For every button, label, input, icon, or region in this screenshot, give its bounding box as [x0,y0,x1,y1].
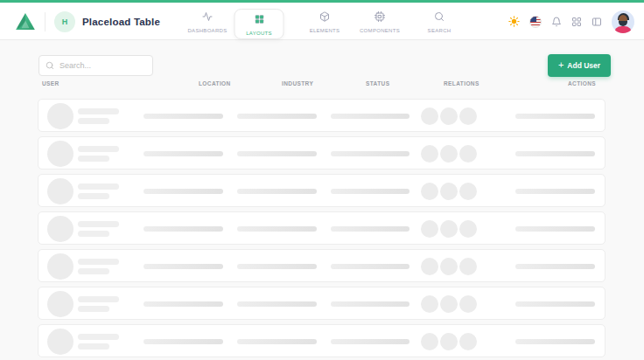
brand-divider [45,12,46,31]
relation-placeholder [459,258,477,275]
relation-placeholder [440,258,458,275]
grid-squares-icon [254,12,264,28]
relation-placeholder [440,145,458,163]
page-title: Placeload Table [82,17,160,27]
triangle-logo-icon[interactable] [16,13,35,30]
flag-canton [530,17,536,22]
table-row-placeholder [38,324,606,357]
name-placeholder [78,296,119,302]
search-input[interactable] [60,61,146,70]
relation-placeholder [440,333,458,350]
nav-item-dashboards[interactable]: DASHBOARDS [176,3,239,40]
status-placeholder [331,189,410,194]
name-placeholder [78,259,119,265]
column-header-status: STATUS [366,80,389,87]
location-placeholder [144,151,223,156]
nav-item-components[interactable]: COMPONENTS [348,3,411,40]
avatar-placeholder [47,141,74,167]
industry-placeholder [237,226,317,232]
status-placeholder [331,301,410,307]
avatar-shirt [614,26,632,33]
activity-icon [202,10,213,25]
location-placeholder [144,189,223,194]
location-placeholder [144,339,223,344]
table-row-placeholder [38,174,606,207]
subtitle-placeholder [78,193,109,199]
subtitle-placeholder [78,306,109,312]
nav-item-label: SEARCH [428,28,452,33]
search-icon [46,61,54,70]
table-body [38,99,606,360]
cpu-icon [374,10,385,25]
name-placeholder [78,108,119,114]
relation-placeholder [459,183,477,200]
relation-placeholder [440,107,458,125]
actions-placeholder [515,339,595,344]
header-actions [508,3,634,40]
subtitle-placeholder [78,268,109,274]
apps-grid-icon[interactable] [571,17,582,27]
relation-placeholder [421,220,438,238]
relation-placeholder [459,107,477,125]
relation-placeholder [421,145,438,163]
industry-placeholder [237,264,317,269]
status-placeholder [331,264,410,269]
status-placeholder [331,226,410,232]
actions-placeholder [515,226,595,232]
relation-placeholder [421,258,438,275]
table-row-placeholder [38,249,606,282]
industry-placeholder [237,301,317,307]
relation-placeholder [440,220,458,238]
relation-placeholder [421,295,438,313]
table-row-placeholder [38,287,606,320]
add-user-button[interactable]: + Add User [548,54,611,77]
nav-item-label: COMPONENTS [360,28,400,33]
actions-placeholder [515,151,595,156]
column-header-actions: ACTIONS [568,80,596,87]
relation-placeholder [421,183,438,200]
user-avatar[interactable] [612,10,634,33]
us-flag-icon[interactable] [529,16,542,28]
box-icon [319,10,330,25]
relation-placeholder [459,295,477,313]
search-box [38,55,153,76]
relation-placeholder [459,220,477,238]
table-row-placeholder [38,99,606,132]
bell-icon[interactable] [551,17,562,27]
panel-icon[interactable] [592,17,602,27]
industry-placeholder [237,151,317,156]
relation-placeholder [421,107,438,125]
avatar-placeholder [47,178,74,204]
status-placeholder [331,114,410,119]
actions-placeholder [515,189,595,194]
relation-placeholder [421,333,438,350]
industry-placeholder [237,339,317,344]
nav-item-label: LAYOUTS [246,31,272,36]
status-placeholder [331,151,410,156]
location-placeholder [144,301,223,307]
search-icon [434,10,444,25]
column-header-location: LOCATION [199,80,231,87]
name-placeholder [78,183,119,190]
avatar-placeholder [47,216,74,242]
subtitle-placeholder [78,343,109,350]
location-placeholder [144,226,223,232]
nav-item-layouts[interactable]: LAYOUTS [234,9,284,39]
nav-item-search[interactable]: SEARCH [408,3,471,40]
sun-icon[interactable] [508,16,520,27]
column-header-user: USER [42,80,60,87]
industry-placeholder [237,114,317,119]
avatar-placeholder [47,329,74,355]
location-placeholder [144,264,223,269]
nav-item-label: ELEMENTS [310,28,340,33]
status-placeholder [331,339,410,344]
actions-placeholder [515,301,595,307]
avatar-placeholder [47,291,74,317]
name-placeholder [78,146,119,152]
plus-icon: + [558,60,564,70]
avatar-beard [619,21,627,26]
nav-item-elements[interactable]: ELEMENTS [293,3,356,40]
avatar-placeholder [47,103,74,129]
column-header-industry: INDUSTRY [282,80,313,87]
name-placeholder [78,221,119,227]
